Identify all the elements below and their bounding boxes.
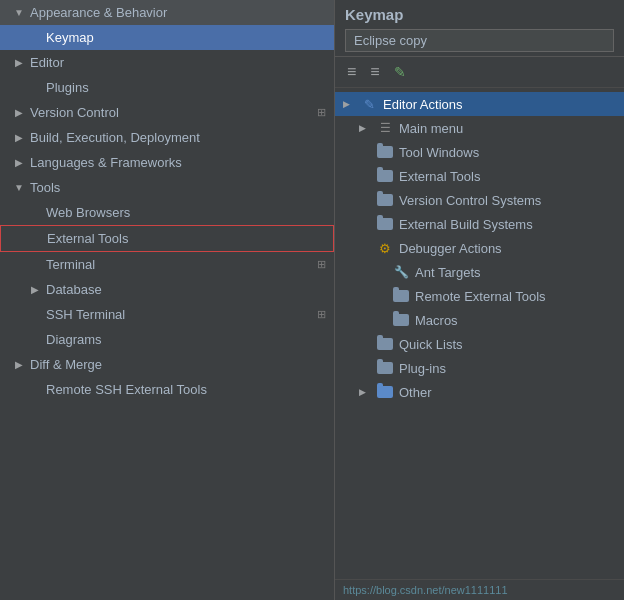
left-panel-item-database[interactable]: Database <box>0 277 334 302</box>
left-panel-label: Keymap <box>46 30 326 45</box>
left-panel-item-appearance[interactable]: Appearance & Behavior <box>0 0 334 25</box>
tree-item-remote-ext[interactable]: Remote External Tools <box>335 284 624 308</box>
tree-item-other[interactable]: Other <box>335 380 624 404</box>
arrow-icon <box>28 283 42 297</box>
left-panel-label: Diff & Merge <box>30 357 326 372</box>
arrow-icon <box>12 6 26 20</box>
left-panel-item-editor[interactable]: Editor <box>0 50 334 75</box>
left-panel-label: Build, Execution, Deployment <box>30 130 326 145</box>
left-panel-label: SSH Terminal <box>46 307 317 322</box>
left-panel-item-diagrams[interactable]: Diagrams <box>0 327 334 352</box>
left-panel-item-web-browsers[interactable]: Web Browsers <box>0 200 334 225</box>
tree-item-label: Plug-ins <box>399 361 616 376</box>
right-header: Keymap <box>335 0 624 57</box>
tree-item-macros[interactable]: Macros <box>335 308 624 332</box>
tree-item-label: Macros <box>415 313 616 328</box>
left-panel-item-ssh-terminal[interactable]: SSH Terminal⊞ <box>0 302 334 327</box>
left-panel-item-tools[interactable]: Tools <box>0 175 334 200</box>
tree-item-label: Editor Actions <box>383 97 616 112</box>
tree-arrow-icon <box>343 99 357 109</box>
tree-item-icon <box>376 336 394 352</box>
keymap-tree: ✎Editor Actions☰Main menuTool WindowsExt… <box>335 88 624 579</box>
left-panel-item-terminal[interactable]: Terminal⊞ <box>0 252 334 277</box>
arrow-icon <box>12 131 26 145</box>
tree-item-tool-windows[interactable]: Tool Windows <box>335 140 624 164</box>
left-panel-label: Terminal <box>46 257 317 272</box>
left-panel-label: Remote SSH External Tools <box>46 382 326 397</box>
left-panel-item-languages[interactable]: Languages & Frameworks <box>0 150 334 175</box>
left-panel-label: Tools <box>30 180 326 195</box>
tree-item-label: Version Control Systems <box>399 193 616 208</box>
tree-item-label: External Build Systems <box>399 217 616 232</box>
left-panel-label: Web Browsers <box>46 205 326 220</box>
tree-item-label: Quick Lists <box>399 337 616 352</box>
tree-item-external-tools[interactable]: External Tools <box>335 164 624 188</box>
tree-item-label: Ant Targets <box>415 265 616 280</box>
tree-item-label: Main menu <box>399 121 616 136</box>
tree-arrow-icon <box>359 387 373 397</box>
tree-item-main-menu[interactable]: ☰Main menu <box>335 116 624 140</box>
tree-item-icon <box>392 312 410 328</box>
tree-item-icon: ✎ <box>360 96 378 112</box>
tree-item-icon <box>376 384 394 400</box>
toolbar-btn-1[interactable]: ≡ <box>343 61 360 83</box>
left-panel-item-keymap[interactable]: Keymap <box>0 25 334 50</box>
left-panel-item-vcs[interactable]: Version Control⊞ <box>0 100 334 125</box>
tree-item-icon <box>392 288 410 304</box>
arrow-icon <box>12 181 26 195</box>
left-panel-label: External Tools <box>47 231 325 246</box>
tree-item-label: Other <box>399 385 616 400</box>
toolbar-btn-2[interactable]: ≡ <box>366 61 383 83</box>
tree-item-plugins[interactable]: Plug-ins <box>335 356 624 380</box>
left-panel-item-plugins[interactable]: Plugins <box>0 75 334 100</box>
tree-item-icon <box>376 144 394 160</box>
tree-item-vcs[interactable]: Version Control Systems <box>335 188 624 212</box>
right-panel-title: Keymap <box>345 6 614 23</box>
tree-item-editor-actions[interactable]: ✎Editor Actions <box>335 92 624 116</box>
arrow-icon <box>12 156 26 170</box>
main-container: Appearance & BehaviorKeymapEditorPlugins… <box>0 0 624 600</box>
left-panel-item-build[interactable]: Build, Execution, Deployment <box>0 125 334 150</box>
tree-item-icon: ⚙ <box>376 240 394 256</box>
ext-icon: ⊞ <box>317 258 326 271</box>
ext-icon: ⊞ <box>317 308 326 321</box>
toolbar-row: ≡ ≡ ✎ <box>335 57 624 88</box>
tree-item-icon <box>376 192 394 208</box>
left-panel-label: Appearance & Behavior <box>30 5 326 20</box>
left-panel-item-external-tools[interactable]: External Tools <box>0 225 334 252</box>
tree-item-quick-lists[interactable]: Quick Lists <box>335 332 624 356</box>
right-panel: Keymap ≡ ≡ ✎ ✎Editor Actions☰Main menuTo… <box>335 0 624 600</box>
left-panel-label: Editor <box>30 55 326 70</box>
tree-item-icon <box>376 168 394 184</box>
keymap-input[interactable] <box>345 29 614 52</box>
left-panel-label: Languages & Frameworks <box>30 155 326 170</box>
ext-icon: ⊞ <box>317 106 326 119</box>
tree-item-label: Tool Windows <box>399 145 616 160</box>
left-panel-item-remote-ssh[interactable]: Remote SSH External Tools <box>0 377 334 402</box>
tree-item-ant-targets[interactable]: 🔧Ant Targets <box>335 260 624 284</box>
left-panel-label: Version Control <box>30 105 317 120</box>
arrow-icon <box>12 358 26 372</box>
tree-item-ext-build[interactable]: External Build Systems <box>335 212 624 236</box>
left-panel-item-diff-merge[interactable]: Diff & Merge <box>0 352 334 377</box>
left-panel-label: Diagrams <box>46 332 326 347</box>
tree-item-label: Remote External Tools <box>415 289 616 304</box>
tree-item-icon: ☰ <box>376 120 394 136</box>
tree-item-icon <box>376 360 394 376</box>
bottom-url: https://blog.csdn.net/new1111111 <box>335 579 624 600</box>
tree-item-icon <box>376 216 394 232</box>
left-panel: Appearance & BehaviorKeymapEditorPlugins… <box>0 0 335 600</box>
toolbar-edit-btn[interactable]: ✎ <box>390 62 410 82</box>
tree-arrow-icon <box>359 123 373 133</box>
tree-item-debugger[interactable]: ⚙Debugger Actions <box>335 236 624 260</box>
tree-item-label: External Tools <box>399 169 616 184</box>
arrow-icon <box>12 56 26 70</box>
arrow-icon <box>12 106 26 120</box>
left-panel-label: Database <box>46 282 326 297</box>
tree-item-icon: 🔧 <box>392 264 410 280</box>
tree-item-label: Debugger Actions <box>399 241 616 256</box>
left-panel-label: Plugins <box>46 80 326 95</box>
